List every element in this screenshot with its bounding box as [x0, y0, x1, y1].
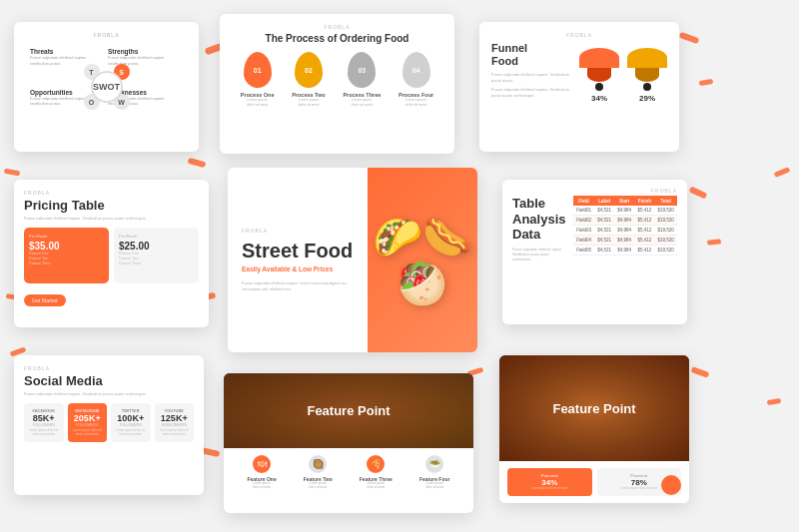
- process-dot-3: 03: [348, 52, 376, 88]
- sc-facebook-desc: Lorem ipsum dolor sit amet consectetur: [28, 429, 60, 437]
- table-row: Field03$4,521$4,984$5,412$19,520: [573, 226, 677, 236]
- street-body: Fusce vulputate eleifend sapien. lorem n…: [242, 280, 354, 293]
- feature-icon-4: 🥗: [425, 455, 443, 473]
- table-subtitle-text: Fusce vulputate eleifend sapien. Vestibu…: [512, 248, 567, 264]
- pricing-cta-button[interactable]: Get Started: [24, 294, 66, 306]
- process-brand: FROBLA: [232, 24, 442, 30]
- slide-funnel: FROBLA FunnelFood Fusce vulputate eleife…: [479, 22, 679, 152]
- street-subtitle: Easily Available & Low Prices: [242, 266, 354, 272]
- funnel-brand: FROBLA: [491, 32, 667, 38]
- slide-table-analysis: FROBLA TableAnalysisData Fusce vulputate…: [502, 180, 687, 324]
- sc-instagram-count: 205K+: [72, 413, 104, 423]
- street-left: FROBLA Street Food Easily Available & Lo…: [228, 168, 368, 352]
- sc-instagram-desc: Lorem ipsum dolor sit amet consectetur: [72, 429, 104, 437]
- street-right: 🌮🌭🥙: [368, 168, 477, 352]
- th-total: Total: [654, 196, 677, 206]
- process-title: The Process of Ordering Food: [232, 33, 442, 44]
- pc-label-1: Per Month: [29, 234, 104, 239]
- swot-strengths-label: Strengths: [108, 48, 183, 55]
- funnel-top-2: [627, 48, 667, 68]
- process-steps: 01 Process One Lorem ipsumdolor sit amet…: [232, 52, 442, 107]
- th-start: Start: [614, 196, 634, 206]
- slide-feature-point: Feature Point 🍽 Feature One Lorem ipsumd…: [224, 373, 473, 513]
- pricing-text: Fusce vulputate eleifend sapien. Vestibu…: [24, 216, 199, 222]
- slide-social-media: FROBLA Social Media Fusce vulputate elei…: [14, 355, 204, 495]
- pc-feat-2: Feature OneFeature TwoFeature Three: [119, 252, 194, 266]
- funnel-shape-1: 34%: [579, 48, 619, 103]
- sc-twitter-type: FOLLOWERS: [115, 423, 147, 427]
- swot-brand: FROBLA: [24, 32, 189, 38]
- funnel-bottom-2: [635, 68, 659, 82]
- social-card-facebook: FACEBOOK 85K+ FOLLOWERS Lorem ipsum dolo…: [24, 403, 64, 442]
- process-step-2: 02 Process Two Lorem ipsumdolor sit amet: [292, 52, 326, 107]
- feature-item-1: 🍽 Feature One Lorem ipsumdolor sit amet: [248, 455, 277, 490]
- social-card-youtube: YOUTUBE 125K+ SUBSCRIBERS Lorem ipsum do…: [155, 403, 195, 442]
- sc-facebook-count: 85K+: [28, 413, 60, 423]
- funnel-text-2: Fusce vulputate eleifend sapien. Vestibu…: [491, 87, 571, 99]
- funnel-tip-1: [595, 83, 603, 91]
- process-dot-2: 02: [295, 52, 323, 88]
- funnel-left: FunnelFood Fusce vulputate eleifend sapi…: [491, 42, 571, 103]
- slide-pricing: FROBLA Pricing Table Fusce vulputate ele…: [14, 180, 209, 327]
- deco-rect: [679, 32, 700, 44]
- slide-street-food: FROBLA Street Food Easily Available & Lo…: [228, 168, 477, 352]
- funnel-tip-2: [643, 83, 651, 91]
- sc-facebook-type: FOLLOWERS: [28, 423, 60, 427]
- sc-youtube-type: SUBSCRIBERS: [159, 423, 191, 427]
- food-illustration: 🌮🌭🥙: [368, 214, 477, 307]
- deco-rect: [691, 366, 710, 378]
- feature-items: 🍽 Feature One Lorem ipsumdolor sit amet …: [234, 455, 463, 490]
- feature-item-2-desc: Lorem ipsumdolor sit amet: [304, 482, 333, 490]
- pc-price-2: $25.00: [119, 241, 194, 252]
- social-card-twitter: TWITTER 100K+ FOLLOWERS Lorem ipsum dolo…: [111, 403, 151, 442]
- pricing-card-secondary: Per Month $25.00 Feature OneFeature TwoF…: [114, 228, 199, 283]
- step-4-desc: Lorem ipsumdolor sit amet: [399, 98, 433, 107]
- feature-item-4-desc: Lorem ipsumdolor sit amet: [419, 482, 450, 490]
- funnel-shapes: 34% 29%: [579, 48, 667, 103]
- table-title: TableAnalysisData: [512, 196, 567, 243]
- fd-card-1: Praesent 34% Lorem ipsum dolor sit amet: [507, 468, 592, 496]
- social-brand: FROBLA: [24, 365, 194, 371]
- funnel-pct-2: 29%: [639, 94, 655, 103]
- deco-rect: [188, 158, 207, 168]
- th-field: Field: [573, 196, 594, 206]
- feature-icon-3: 🍕: [367, 455, 385, 473]
- feature-icon-1: 🍽: [253, 455, 271, 473]
- process-dot-4: 04: [402, 52, 430, 88]
- social-title: Social Media: [24, 373, 194, 388]
- fd-orange-circle: [661, 475, 681, 495]
- fd-title: Feature Point: [552, 401, 635, 416]
- pc-stars: ★★★★★: [29, 269, 104, 277]
- feature-bottom: 🍽 Feature One Lorem ipsumdolor sit amet …: [224, 448, 473, 501]
- fd-top: Feature Point: [499, 355, 689, 461]
- slide-feature-dark: Feature Point Praesent 34% Lorem ipsum d…: [499, 355, 689, 503]
- swot-threats-label: Threats: [30, 48, 105, 55]
- pricing-card-featured: Per Month $35.00 Feature OneFeature TwoF…: [24, 228, 109, 283]
- funnel-bottom-1: [587, 68, 611, 82]
- sc-twitter-count: 100K+: [115, 413, 147, 423]
- fd-card-1-desc: Lorem ipsum dolor sit amet: [511, 487, 588, 491]
- feature-item-3: 🍕 Feature Three Lorem ipsumdolor sit ame…: [360, 455, 393, 490]
- deco-rect: [767, 398, 782, 405]
- table-row: Field01$4,521$4,984$5,412$19,520: [573, 206, 677, 216]
- th-finish: Finish: [634, 196, 654, 206]
- deco-rect: [4, 169, 21, 177]
- slide-process: FROBLA The Process of Ordering Food 01 P…: [220, 14, 454, 154]
- pc-price-1: $35.00: [29, 241, 104, 252]
- table-brand: FROBLA: [512, 188, 677, 194]
- step-3-desc: Lorem ipsumdolor sit amet: [343, 98, 381, 107]
- deco-rect: [774, 167, 791, 178]
- sc-instagram-type: FOLLOWERS: [72, 423, 104, 427]
- funnel-top-1: [579, 48, 619, 68]
- funnel-title: FunnelFood: [491, 42, 571, 68]
- feature-item-2: 🥘 Feature Two Lorem ipsumdolor sit amet: [304, 455, 333, 490]
- analysis-table: Field Label Start Finish Total Field01$4…: [573, 196, 677, 256]
- slide-swot: FROBLA Threats Fusce vulputate eleifend …: [14, 22, 199, 152]
- process-step-4: 04 Process Four Lorem ipsumdolor sit ame…: [399, 52, 433, 107]
- sc-twitter-desc: Lorem ipsum dolor sit amet consectetur: [115, 429, 147, 437]
- pricing-cards: Per Month $35.00 Feature OneFeature TwoF…: [24, 228, 199, 283]
- process-step-1: 01 Process One Lorem ipsumdolor sit amet: [241, 52, 275, 107]
- social-card-instagram: INSTAGRAM 205K+ FOLLOWERS Lorem ipsum do…: [68, 403, 108, 442]
- feature-title: Feature Point: [307, 403, 390, 418]
- funnel-shape-2: 29%: [627, 48, 667, 103]
